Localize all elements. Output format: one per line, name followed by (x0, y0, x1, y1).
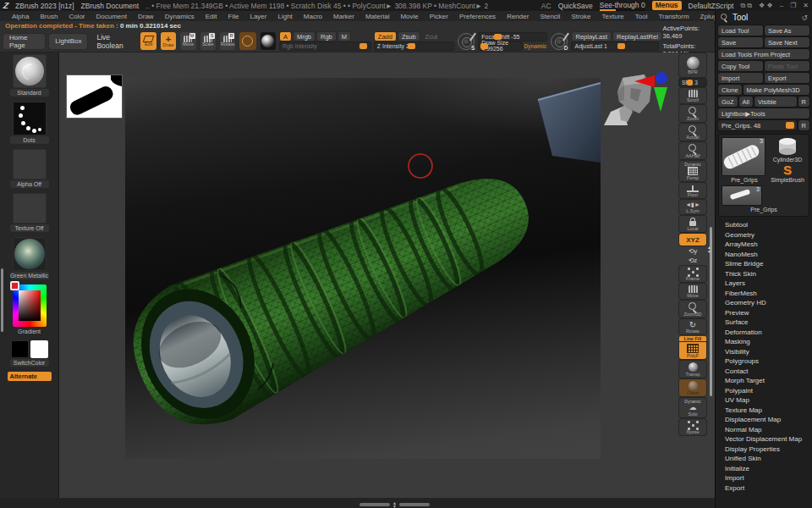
subpalette-header[interactable]: Export (716, 483, 812, 494)
goz-visible-button[interactable]: Visible (754, 97, 797, 107)
subpalette-header[interactable]: Import (716, 473, 812, 483)
persp-button[interactable]: Dynamic Persp (679, 161, 706, 181)
simplebrush-tool[interactable]: S SimpleBrush (769, 163, 806, 184)
draw-size-slider[interactable]: Draw Size 4.99256 (479, 42, 522, 50)
stroke-type-button[interactable]: S (458, 33, 475, 50)
subpalette-header[interactable]: FiberMesh (716, 289, 812, 299)
subpalette-header[interactable]: Slime Bridge (716, 259, 812, 269)
subpalette-header[interactable]: Polygroups (716, 356, 812, 367)
make-polymesh3d-button[interactable]: Make PolyMesh3D (743, 85, 809, 95)
goz-all-button[interactable]: All (739, 97, 753, 107)
secondary-color-swatch[interactable] (30, 340, 48, 358)
local-button[interactable]: Local (679, 216, 706, 232)
subpalette-header[interactable]: Geometry HD (716, 298, 812, 308)
menu-item[interactable]: File (228, 13, 239, 20)
alternate-button[interactable]: Alternate (8, 372, 52, 381)
window-close-button[interactable]: ✕ (803, 2, 809, 9)
subpalette-header[interactable]: ArrayMesh (716, 240, 812, 250)
z-rotation-button[interactable]: ⟲z (689, 257, 698, 264)
rotate-button[interactable]: R Rotate (220, 32, 235, 50)
shelf-scroll-arrows[interactable]: ▲▼ (707, 246, 711, 254)
z-intensity-slider[interactable]: Z Intensity 25 (375, 42, 454, 50)
panel-slide-icon[interactable] (721, 14, 728, 21)
main-color-swatch[interactable] (11, 340, 29, 358)
load-tool-button[interactable]: Load Tool (718, 25, 763, 36)
cylinder3d-tool[interactable]: Cylinder3D (769, 137, 806, 163)
subpalette-header[interactable]: Texture Map (716, 406, 812, 416)
replay-stroke-button[interactable]: D (551, 33, 568, 50)
replay-last-rel-button[interactable]: ReplayLastRel (613, 32, 661, 41)
pre-grips-slider[interactable]: Pre_Grips. 48 (718, 120, 797, 130)
menu-item[interactable]: Dynamics (165, 13, 195, 20)
aahalf-button[interactable]: AAHalf (679, 142, 706, 159)
menu-item[interactable]: Picker (430, 13, 448, 20)
copy-tool-button[interactable]: Copy Tool (718, 61, 763, 71)
menus-toggle-button[interactable]: Menus (652, 1, 682, 10)
brush-picker[interactable] (13, 54, 47, 88)
save-as-button[interactable]: Save As (765, 25, 809, 36)
current-material-button[interactable] (261, 32, 276, 50)
menu-item[interactable]: Alpha (12, 13, 29, 20)
draw-button[interactable]: + Draw (161, 32, 176, 50)
color-a-toggle[interactable]: A (280, 32, 291, 41)
y-rotation-button[interactable]: ⟲y (689, 247, 698, 255)
subpalette-header[interactable]: Layers (716, 279, 812, 289)
menu-item[interactable]: Render (507, 13, 529, 20)
window-restore-button[interactable]: ❐ (790, 2, 796, 9)
menu-item[interactable]: Movie (400, 13, 418, 20)
menu-item[interactable]: Transform (658, 13, 689, 20)
export-button[interactable]: Export (765, 73, 809, 83)
spix-slider[interactable]: SPix 3 (679, 79, 706, 86)
active-tool-thumbnail[interactable]: 3 (721, 137, 765, 176)
replay-last-button[interactable]: ReplayLast (572, 32, 611, 41)
menu-item[interactable]: Marker (333, 13, 354, 20)
transp-button[interactable]: Transp (679, 361, 706, 378)
subpalette-header[interactable]: Display Properties (716, 444, 812, 455)
xyz-rotation-button[interactable]: XYZ (679, 234, 706, 246)
subpalette-header[interactable]: Deformation (716, 328, 812, 338)
adjust-last-slider[interactable]: AdjustLast 1 (572, 42, 658, 50)
tray-divider-handle[interactable]: ▲▼ (359, 501, 430, 508)
zcut-toggle[interactable]: Zcut (422, 32, 442, 41)
subpalette-header[interactable]: Displacement Map (716, 415, 812, 425)
pre-grips-r-button[interactable]: R (798, 120, 809, 130)
zsub-toggle[interactable]: Zsub (398, 32, 420, 41)
dynamic-draw-size-toggle[interactable]: Dynamic (524, 43, 546, 49)
goz-button[interactable]: GoZ (718, 97, 738, 107)
save-next-button[interactable]: Save Next (765, 37, 809, 47)
saturation-square[interactable] (19, 290, 41, 321)
current-brush-button[interactable] (239, 32, 255, 50)
menu-item[interactable]: Texture (602, 13, 624, 20)
menu-item[interactable]: Brush (40, 13, 58, 20)
menu-item[interactable]: Layer (250, 13, 266, 20)
paste-tool-button[interactable]: Paste Tool (765, 61, 809, 71)
subpalette-header[interactable]: NanoMesh (716, 250, 812, 260)
xpose-button[interactable]: Xpose (679, 419, 706, 435)
import-button[interactable]: Import (718, 73, 763, 83)
load-tools-from-project-button[interactable]: Load Tools From Project (718, 49, 809, 59)
material-picker[interactable] (13, 237, 47, 271)
pre-grips-nub[interactable] (786, 122, 794, 129)
ghost-button[interactable]: Ghost (679, 379, 706, 396)
floor-button[interactable]: Floor (679, 183, 706, 198)
edit-button[interactable]: Edit (140, 32, 156, 50)
layout-icon[interactable]: ⧉ ⧉ (740, 2, 752, 10)
m-toggle[interactable]: M (338, 32, 350, 41)
subpalette-header[interactable]: Polypaint (716, 386, 812, 396)
menu-item[interactable]: Tool (635, 13, 648, 20)
tray-scrollbar[interactable] (1, 268, 3, 332)
lightbox-tools-button[interactable]: Lightbox▶Tools (718, 108, 809, 119)
zoom-button[interactable]: Zoom (679, 105, 706, 122)
menu-item[interactable]: Preferences (459, 13, 496, 20)
menu-item[interactable]: Edit (206, 13, 217, 20)
menu-item[interactable]: Macro (304, 13, 322, 20)
texture-picker[interactable] (13, 193, 47, 224)
panels-icon[interactable]: ❖ ❖ (759, 2, 773, 9)
subpalette-header[interactable]: Geometry (716, 230, 812, 240)
home-page-button[interactable]: Home Page (3, 34, 45, 49)
goz-r-button[interactable]: R (798, 97, 809, 107)
subpalette-header[interactable]: Initialize (716, 464, 812, 474)
subpalette-header[interactable]: Thick Skin (716, 269, 812, 279)
menu-item[interactable]: Light (277, 13, 292, 20)
menu-item[interactable]: Draw (138, 13, 154, 20)
